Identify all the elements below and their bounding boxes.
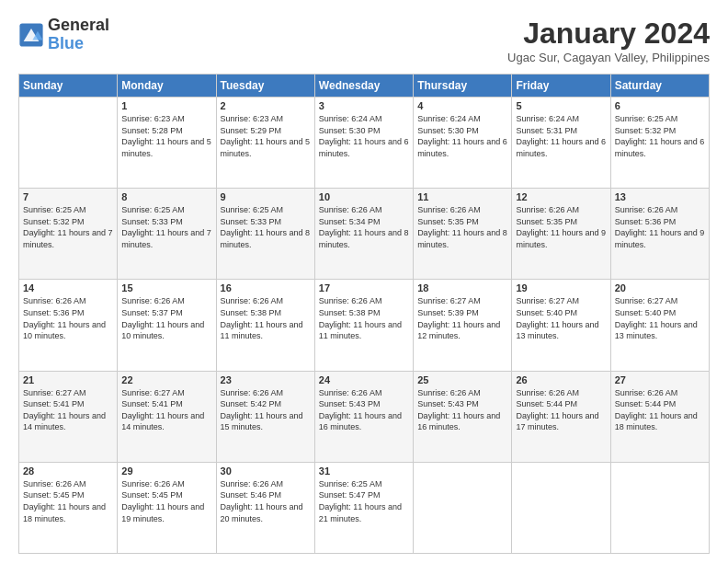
sunset: Sunset: 5:44 PM: [516, 398, 606, 410]
day-info: Sunrise: 6:26 AM Sunset: 5:36 PM Dayligh…: [23, 295, 113, 341]
col-tuesday: Tuesday: [216, 75, 314, 98]
day-info: Sunrise: 6:25 AM Sunset: 5:33 PM Dayligh…: [221, 204, 311, 250]
day-number: 14: [23, 282, 113, 293]
day-number: 26: [516, 374, 606, 385]
daylight: Daylight: 11 hours and 9 minutes.: [516, 227, 606, 250]
table-cell: [414, 462, 512, 553]
day-info: Sunrise: 6:26 AM Sunset: 5:38 PM Dayligh…: [221, 295, 311, 341]
calendar-table: Sunday Monday Tuesday Wednesday Thursday…: [18, 74, 710, 554]
sunrise: Sunrise: 6:24 AM: [516, 113, 606, 125]
logo: General Blue: [18, 17, 109, 53]
col-wednesday: Wednesday: [314, 75, 413, 98]
daylight: Daylight: 11 hours and 18 minutes.: [615, 410, 705, 433]
day-number: 28: [23, 465, 113, 477]
week-row-0: 1 Sunrise: 6:23 AM Sunset: 5:28 PM Dayli…: [19, 98, 710, 189]
day-number: 15: [121, 282, 211, 293]
day-number: 20: [615, 282, 705, 293]
daylight: Daylight: 11 hours and 10 minutes.: [23, 319, 113, 342]
sunrise: Sunrise: 6:27 AM: [516, 295, 606, 307]
daylight: Daylight: 11 hours and 15 minutes.: [221, 410, 311, 433]
table-cell: 22 Sunrise: 6:27 AM Sunset: 5:41 PM Dayl…: [118, 371, 216, 462]
table-cell: 18 Sunrise: 6:27 AM Sunset: 5:39 PM Dayl…: [414, 280, 512, 371]
daylight: Daylight: 11 hours and 5 minutes.: [121, 136, 211, 159]
sunset: Sunset: 5:35 PM: [417, 216, 507, 228]
day-info: Sunrise: 6:26 AM Sunset: 5:35 PM Dayligh…: [417, 204, 507, 250]
sunset: Sunset: 5:43 PM: [319, 398, 409, 410]
col-thursday: Thursday: [414, 75, 512, 98]
table-cell: 12 Sunrise: 6:26 AM Sunset: 5:35 PM Dayl…: [512, 189, 610, 280]
day-number: 9: [221, 191, 311, 202]
daylight: Daylight: 11 hours and 16 minutes.: [417, 410, 507, 433]
day-info: Sunrise: 6:26 AM Sunset: 5:44 PM Dayligh…: [615, 387, 705, 433]
daylight: Daylight: 11 hours and 12 minutes.: [417, 319, 507, 342]
table-cell: 24 Sunrise: 6:26 AM Sunset: 5:43 PM Dayl…: [314, 371, 413, 462]
sunrise: Sunrise: 6:26 AM: [23, 295, 113, 307]
daylight: Daylight: 11 hours and 18 minutes.: [23, 501, 113, 524]
week-row-3: 21 Sunrise: 6:27 AM Sunset: 5:41 PM Dayl…: [19, 371, 710, 462]
col-sunday: Sunday: [19, 75, 118, 98]
sunset: Sunset: 5:33 PM: [121, 216, 211, 228]
day-number: 25: [417, 374, 507, 385]
sunrise: Sunrise: 6:27 AM: [417, 295, 507, 307]
day-info: Sunrise: 6:25 AM Sunset: 5:32 PM Dayligh…: [23, 204, 113, 250]
daylight: Daylight: 11 hours and 11 minutes.: [319, 319, 409, 342]
page: General Blue January 2024 Ugac Sur, Caga…: [0, 0, 728, 563]
sunrise: Sunrise: 6:25 AM: [221, 204, 311, 216]
daylight: Daylight: 11 hours and 14 minutes.: [121, 410, 211, 433]
day-info: Sunrise: 6:26 AM Sunset: 5:43 PM Dayligh…: [417, 387, 507, 433]
day-number: 2: [221, 100, 311, 111]
daylight: Daylight: 11 hours and 19 minutes.: [121, 501, 211, 524]
week-row-1: 7 Sunrise: 6:25 AM Sunset: 5:32 PM Dayli…: [19, 189, 710, 280]
location: Ugac Sur, Cagayan Valley, Philippines: [507, 51, 710, 64]
day-number: 21: [23, 374, 113, 385]
sunrise: Sunrise: 6:24 AM: [417, 113, 507, 125]
table-cell: 2 Sunrise: 6:23 AM Sunset: 5:29 PM Dayli…: [216, 98, 314, 189]
sunset: Sunset: 5:32 PM: [23, 216, 113, 228]
table-cell: 11 Sunrise: 6:26 AM Sunset: 5:35 PM Dayl…: [414, 189, 512, 280]
daylight: Daylight: 11 hours and 8 minutes.: [221, 227, 311, 250]
table-cell: 7 Sunrise: 6:25 AM Sunset: 5:32 PM Dayli…: [19, 189, 118, 280]
table-cell: 13 Sunrise: 6:26 AM Sunset: 5:36 PM Dayl…: [610, 189, 709, 280]
table-cell: 5 Sunrise: 6:24 AM Sunset: 5:31 PM Dayli…: [512, 98, 610, 189]
table-cell: 28 Sunrise: 6:26 AM Sunset: 5:45 PM Dayl…: [19, 462, 118, 553]
table-cell: 31 Sunrise: 6:25 AM Sunset: 5:47 PM Dayl…: [314, 462, 413, 553]
day-number: 27: [615, 374, 705, 385]
sunset: Sunset: 5:41 PM: [121, 398, 211, 410]
sunrise: Sunrise: 6:25 AM: [121, 204, 211, 216]
sunset: Sunset: 5:37 PM: [121, 307, 211, 319]
table-cell: 21 Sunrise: 6:27 AM Sunset: 5:41 PM Dayl…: [19, 371, 118, 462]
day-number: 6: [615, 100, 705, 111]
sunrise: Sunrise: 6:26 AM: [221, 295, 311, 307]
day-info: Sunrise: 6:25 AM Sunset: 5:32 PM Dayligh…: [615, 113, 705, 159]
sunrise: Sunrise: 6:27 AM: [615, 295, 705, 307]
sunrise: Sunrise: 6:26 AM: [121, 295, 211, 307]
day-info: Sunrise: 6:27 AM Sunset: 5:40 PM Dayligh…: [516, 295, 606, 341]
day-number: 1: [121, 100, 211, 111]
sunset: Sunset: 5:34 PM: [319, 216, 409, 228]
table-cell: [19, 98, 118, 189]
daylight: Daylight: 11 hours and 8 minutes.: [417, 227, 507, 250]
table-cell: [610, 462, 709, 553]
logo-icon: [18, 22, 44, 48]
day-number: 3: [319, 100, 409, 111]
table-cell: 23 Sunrise: 6:26 AM Sunset: 5:42 PM Dayl…: [216, 371, 314, 462]
sunset: Sunset: 5:36 PM: [615, 216, 705, 228]
table-cell: 4 Sunrise: 6:24 AM Sunset: 5:30 PM Dayli…: [414, 98, 512, 189]
sunrise: Sunrise: 6:26 AM: [319, 295, 409, 307]
sunrise: Sunrise: 6:26 AM: [319, 204, 409, 216]
sunset: Sunset: 5:42 PM: [221, 398, 311, 410]
month-title: January 2024: [507, 17, 710, 51]
daylight: Daylight: 11 hours and 14 minutes.: [23, 410, 113, 433]
table-cell: [512, 462, 610, 553]
daylight: Daylight: 11 hours and 6 minutes.: [417, 136, 507, 159]
daylight: Daylight: 11 hours and 9 minutes.: [615, 227, 705, 250]
sunset: Sunset: 5:38 PM: [319, 307, 409, 319]
week-row-4: 28 Sunrise: 6:26 AM Sunset: 5:45 PM Dayl…: [19, 462, 710, 553]
sunset: Sunset: 5:45 PM: [121, 489, 211, 501]
daylight: Daylight: 11 hours and 21 minutes.: [319, 501, 409, 524]
sunset: Sunset: 5:43 PM: [417, 398, 507, 410]
day-number: 29: [121, 465, 211, 477]
day-info: Sunrise: 6:26 AM Sunset: 5:45 PM Dayligh…: [121, 478, 211, 524]
day-number: 13: [615, 191, 705, 202]
daylight: Daylight: 11 hours and 7 minutes.: [23, 227, 113, 250]
